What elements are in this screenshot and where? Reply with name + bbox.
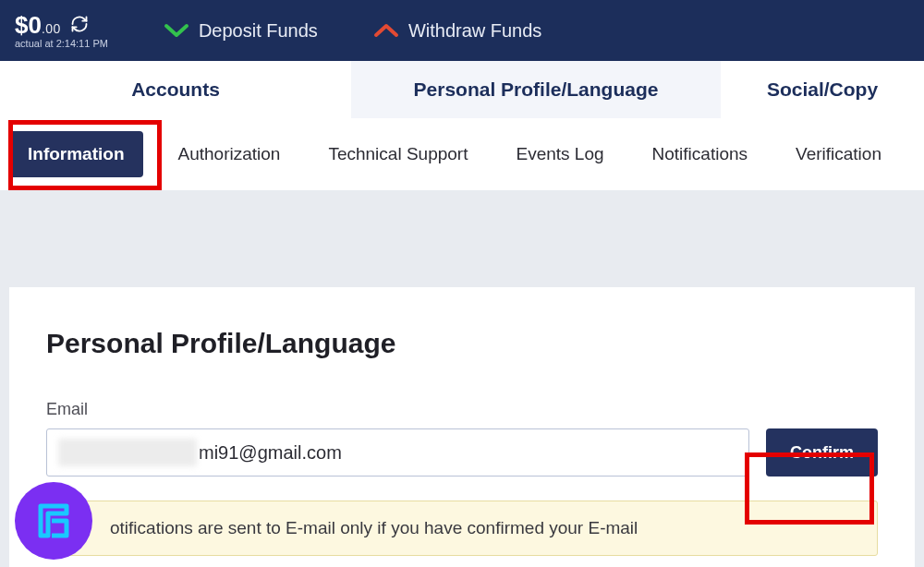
page-title: Personal Profile/Language [46,328,878,359]
topbar: $0.00 actual at 2:14:11 PM Deposit Funds [0,0,924,61]
brand-logo-icon [31,499,76,543]
balance-timestamp: actual at 2:14:11 PM [15,38,108,49]
refresh-icon[interactable] [70,15,89,33]
email-label: Email [46,400,878,419]
email-visible-value: mi91@gmail.com [199,442,342,464]
balance-currency: $0.00 [15,12,61,39]
subtab-authorization[interactable]: Authorization [165,135,294,174]
tab-personal-profile[interactable]: Personal Profile/Language [351,61,721,118]
subtab-information[interactable]: Information [9,131,143,177]
deposit-funds-label: Deposit Funds [199,20,318,42]
profile-card: Personal Profile/Language Email mi91@gma… [9,287,915,567]
brand-logo-badge[interactable] [15,482,92,560]
primary-tabs: Accounts Personal Profile/Language Socia… [0,61,924,118]
deposit-funds-link[interactable]: Deposit Funds [164,20,318,42]
chevron-down-icon [164,22,189,39]
subtab-events-log[interactable]: Events Log [503,135,616,174]
withdraw-funds-link[interactable]: Withdraw Funds [373,20,542,42]
email-confirm-notice: otifications are sent to E-mail only if … [46,501,878,556]
balance-block: $0.00 actual at 2:14:11 PM [15,12,108,50]
email-field[interactable]: mi91@gmail.com [46,428,749,477]
email-redacted-portion [58,439,197,466]
tab-accounts[interactable]: Accounts [0,61,351,118]
tab-social-copy[interactable]: Social/Copy [721,61,924,118]
confirm-button[interactable]: Confirm [766,428,878,477]
subtabs: Information Authorization Technical Supp… [0,118,924,190]
subtab-verification[interactable]: Verification [783,135,894,174]
subtab-technical-support[interactable]: Technical Support [315,135,480,174]
chevron-up-icon [373,22,399,39]
subtab-notifications[interactable]: Notifications [639,135,761,174]
withdraw-funds-label: Withdraw Funds [408,20,542,42]
